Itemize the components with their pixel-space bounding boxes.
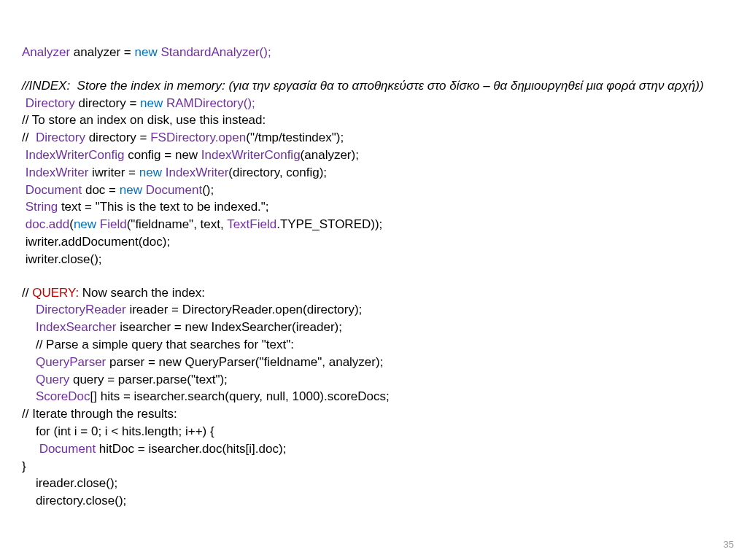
text: directory =: [75, 96, 140, 110]
kw-new: new: [120, 183, 142, 197]
code-line-11: iwriter.addDocument(doc);: [22, 233, 725, 251]
code-line-5: // Directory directory = FSDirectory.ope…: [22, 129, 725, 147]
text: ("/tmp/testindex");: [246, 131, 344, 144]
type-standardanalyzer: StandardAnalyzer();: [160, 45, 271, 59]
code-line-8: Document doc = new Document();: [22, 182, 725, 199]
kw-new: new: [140, 96, 163, 110]
type-indexsearcher: IndexSearcher: [36, 320, 117, 334]
text: [22, 303, 36, 316]
comment-iterate: // Iterate through the results:: [22, 405, 725, 423]
text: ireader = DirectoryReader.open(directory…: [126, 303, 363, 316]
code-line-25: directory.close();: [22, 492, 725, 510]
kw-query: QUERY:: [32, 286, 79, 300]
slide-content: Analyzer analyzer = new StandardAnalyzer…: [0, 0, 747, 527]
page-number: 35: [724, 539, 734, 550]
type-directoryreader: DirectoryReader: [36, 303, 126, 316]
code-line-15: IndexSearcher isearcher = new IndexSearc…: [22, 319, 725, 336]
type-ramdirectory: RAMDirectory();: [166, 96, 255, 110]
text: ();: [202, 183, 214, 197]
kw-new: new: [139, 166, 162, 179]
code-line-1: Analyzer analyzer = new StandardAnalyzer…: [22, 44, 725, 61]
text: config = new: [124, 148, 201, 162]
text: //: [22, 131, 36, 144]
text: Now search the index:: [79, 286, 205, 300]
code-line-19: ScoreDoc[] hits = isearcher.search(query…: [22, 388, 725, 405]
code-line-14: DirectoryReader ireader = DirectoryReade…: [22, 301, 725, 319]
type-query: Query: [36, 373, 69, 386]
code-line-13: // QUERY: Now search the index:: [22, 284, 725, 302]
code-line-7: IndexWriter iwriter = new IndexWriter(di…: [22, 164, 725, 182]
type-queryparser: QueryParser: [36, 355, 106, 369]
text: parser = new QueryParser("fieldname", an…: [106, 355, 383, 369]
type-directory: Directory: [36, 131, 85, 144]
text: [22, 355, 36, 369]
code-line-10: doc.add(new Field("fieldname", text, Tex…: [22, 216, 725, 233]
type-document: Document: [39, 442, 96, 456]
text: //: [22, 286, 32, 300]
code-line-17: QueryParser parser = new QueryParser("fi…: [22, 354, 725, 371]
text: .TYPE_STORED));: [276, 217, 382, 231]
text: text = "This is the text to be indexed."…: [58, 200, 268, 214]
type-indexwriterconfig: IndexWriterConfig: [201, 148, 301, 162]
text: [] hits = isearcher.search(query, null, …: [90, 389, 390, 403]
type-indexwriterconfig: IndexWriterConfig: [26, 148, 125, 162]
code-line-12: iwriter.close();: [22, 251, 725, 268]
fn-fsdirectory: FSDirectory.open: [150, 131, 246, 144]
text: analyzer =: [70, 45, 134, 59]
code-line-18: Query query = parser.parse("text");: [22, 371, 725, 389]
type-indexwriter: IndexWriter: [26, 166, 89, 179]
comment-index: //INDEX: Store the index in memory: (για…: [22, 77, 725, 95]
text: directory =: [85, 131, 150, 144]
type-string: String: [26, 200, 58, 214]
code-line-3: Directory directory = new RAMDirectory()…: [22, 95, 725, 112]
text: [22, 320, 36, 334]
kw-new: new: [74, 217, 96, 231]
code-line-21: for (int i = 0; i < hits.length; i++) {: [22, 423, 725, 440]
text: [22, 442, 39, 456]
blank-line: [22, 61, 725, 77]
type-directory: Directory: [26, 96, 75, 110]
code-line-9: String text = "This is the text to be in…: [22, 198, 725, 216]
type-textfield: TextField: [227, 217, 276, 231]
text: [22, 373, 36, 386]
text: doc =: [82, 183, 120, 197]
code-line-6: IndexWriterConfig config = new IndexWrit…: [22, 147, 725, 164]
type-analyzer: Analyzer: [22, 45, 70, 59]
fn-docadd: doc.add: [26, 217, 70, 231]
text: [22, 389, 36, 403]
code-line-23: }: [22, 458, 725, 475]
kw-new: new: [135, 45, 158, 59]
comment-disk: // To store an index on disk, use this i…: [22, 112, 725, 129]
type-scoredoc: ScoreDoc: [36, 389, 90, 403]
text: ("fieldname", text,: [127, 217, 227, 231]
text: iwriter =: [88, 166, 139, 179]
text: isearcher = new IndexSearcher(ireader);: [116, 320, 341, 334]
type-field: Field: [100, 217, 127, 231]
text: (directory, config);: [228, 166, 327, 179]
type-document: Document: [26, 183, 82, 197]
type-indexwriter: IndexWriter: [166, 166, 229, 179]
text: query = parser.parse("text");: [69, 373, 228, 386]
code-line-24: ireader.close();: [22, 475, 725, 492]
text: hitDoc = isearcher.doc(hits[i].doc);: [96, 442, 286, 456]
type-document: Document: [146, 183, 202, 197]
text: (analyzer);: [301, 148, 359, 162]
blank-line: [22, 268, 725, 284]
comment-parse: // Parse a simple query that searches fo…: [22, 336, 725, 354]
code-line-22: Document hitDoc = isearcher.doc(hits[i].…: [22, 440, 725, 458]
